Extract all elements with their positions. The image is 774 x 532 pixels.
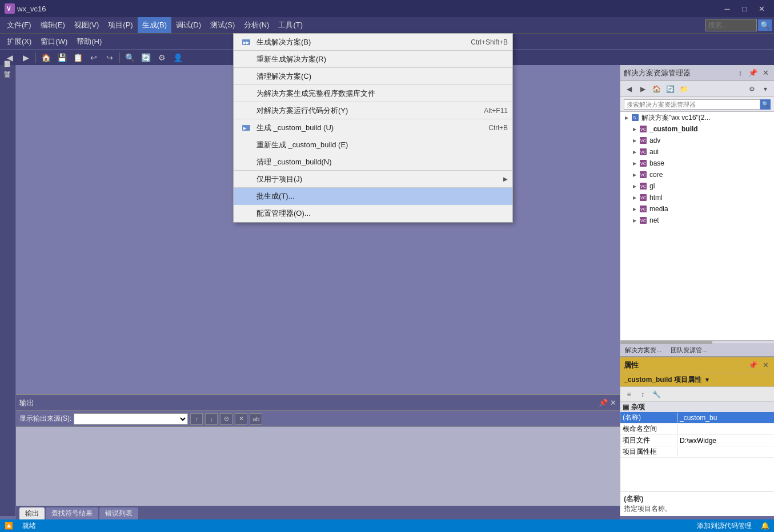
explorer-search-input[interactable]	[624, 99, 760, 110]
status-bell-icon[interactable]: 🔔	[761, 522, 769, 530]
output-pin-icon[interactable]: 📌	[599, 398, 608, 407]
explorer-refresh-btn[interactable]: 🔄	[664, 83, 676, 95]
tab-team-resources[interactable]: 团队资源管...	[666, 345, 712, 356]
toolbar-back-icon[interactable]: ◀	[2, 51, 17, 64]
tree-item-solution[interactable]: ▶ S 解决方案"wx vc16"(2...	[620, 112, 774, 123]
toolbar-search-icon[interactable]: 🔍	[122, 51, 137, 64]
menu-item-test[interactable]: 测试(S)	[206, 17, 239, 33]
tree-item-base[interactable]: ▶ VC base	[620, 158, 774, 169]
properties-dropdown-icon[interactable]: ▾	[705, 376, 709, 383]
menu-item-help[interactable]: 帮助(H)	[72, 34, 106, 49]
output-tab-find[interactable]: 查找符号结果	[46, 507, 98, 519]
tree-item-media[interactable]: ▶ VC media	[620, 203, 774, 215]
tree-item-aui[interactable]: ▶ VC aui	[620, 146, 774, 158]
output-close-icon[interactable]: ✕	[610, 398, 616, 407]
prop-sort-btn[interactable]: ↕	[636, 389, 649, 400]
menu-item-extensions[interactable]: 扩展(X)	[2, 34, 36, 49]
tree-item-net[interactable]: ▶ VC net	[620, 215, 774, 226]
explorer-home-btn[interactable]: 🏠	[650, 83, 663, 95]
dropdown-item-rebuild-custom[interactable]: 重新生成 _custom_build (E)	[234, 136, 512, 154]
output-btn-1[interactable]: ↑	[190, 413, 203, 425]
close-explorer-icon[interactable]: ✕	[760, 68, 771, 78]
minimize-button[interactable]: ─	[719, 2, 735, 15]
tree-item-core[interactable]: ▶ VC core	[620, 169, 774, 180]
menu-item-edit[interactable]: 编辑(E)	[36, 17, 70, 33]
menu-item-view[interactable]: 视图(V)	[70, 17, 103, 33]
config-manager-label: 配置管理器(O)...	[256, 208, 311, 219]
toolbar-user-icon[interactable]: 👤	[170, 51, 185, 64]
output-tab-output[interactable]: 输出	[19, 507, 45, 519]
tree-item-html[interactable]: ▶ VC html	[620, 192, 774, 203]
explorer-back-btn[interactable]: ◀	[623, 83, 635, 95]
dropdown-item-config-manager[interactable]: 配置管理器(O)...	[234, 205, 512, 222]
props-section-expand-icon[interactable]: ▣	[623, 403, 629, 411]
menu-item-debug[interactable]: 调试(D)	[171, 17, 206, 33]
output-toolbar: 显示输出来源(S): ↑ ↓ ⊝ ✕ ab	[16, 411, 620, 427]
svg-text:VC: VC	[640, 207, 646, 211]
dropdown-item-rebuild-solution[interactable]: 重新生成解决方案(R)	[234, 51, 512, 68]
maximize-button[interactable]: □	[736, 2, 752, 15]
search-button[interactable]: 🔍	[758, 19, 772, 31]
pin-explorer-icon[interactable]: 📌	[748, 68, 758, 78]
toolbar-home-icon[interactable]: 🏠	[38, 51, 53, 64]
dropdown-item-build-solution[interactable]: ▶▶ 生成解决方案(B) Ctrl+Shift+B	[234, 34, 512, 51]
menu-item-window[interactable]: 窗口(W)	[36, 34, 72, 49]
menu-item-analyze[interactable]: 分析(N)	[239, 17, 274, 33]
menu-item-project[interactable]: 项目(P)	[103, 17, 137, 33]
sidebar-tab-server[interactable]: 服务器资源管理器	[1, 67, 15, 76]
dropdown-item-batch-build[interactable]: 批生成(T)...	[234, 188, 512, 205]
tree-item-adv[interactable]: ▶ VC adv	[620, 135, 774, 146]
solution-tree: ▶ S 解决方案"wx vc16"(2... ▶ VC _custom_buil…	[620, 112, 774, 340]
explorer-forward-btn[interactable]: ▶	[636, 83, 649, 95]
build-menu-dropdown: ▶▶ 生成解决方案(B) Ctrl+Shift+B 重新生成解决方案(R) 清理…	[233, 33, 513, 223]
output-tabs-bar: 输出 查找符号结果 错误列表	[16, 506, 620, 519]
toolbar-save-all-icon[interactable]: 📋	[70, 51, 85, 64]
explorer-more-btn[interactable]: ⚙	[745, 83, 758, 95]
toolbar-forward-icon[interactable]: ▶	[18, 51, 33, 64]
props-row-projfile[interactable]: 项目文件 D:\wxWidge	[620, 435, 774, 446]
output-btn-2[interactable]: ↓	[205, 413, 218, 425]
close-button[interactable]: ✕	[753, 2, 769, 15]
status-add-to-scm[interactable]: 添加到源代码管理	[697, 521, 752, 531]
dropdown-item-clean-custom[interactable]: 清理 _custom_build(N)	[234, 154, 512, 171]
toolbar-redo-icon[interactable]: ↪	[102, 51, 117, 64]
toolbar-undo-icon[interactable]: ↩	[86, 51, 101, 64]
svg-text:VC: VC	[640, 219, 646, 223]
dropdown-item-project-only[interactable]: 仅用于项目(J) ▶	[234, 171, 512, 188]
tree-item-gl[interactable]: ▶ VC gl	[620, 180, 774, 192]
menu-item-build[interactable]: 生成(B)	[138, 17, 171, 33]
prop-wrench-btn[interactable]: 🔧	[650, 389, 663, 400]
explorer-dropdown-btn[interactable]: ▾	[759, 83, 772, 95]
status-right: 添加到源代码管理 🔔	[697, 521, 769, 531]
props-row-name[interactable]: (名称) _custom_bu	[620, 412, 774, 424]
props-row-namespace[interactable]: 根命名空间	[620, 424, 774, 435]
tree-item-custom-build[interactable]: ▶ VC _custom_build	[620, 123, 774, 135]
output-btn-5[interactable]: ab	[250, 413, 262, 425]
output-header-controls: 📌 ✕	[599, 398, 616, 407]
tab-solution-resources[interactable]: 解决方案资...	[620, 345, 666, 356]
explorer-search-icon[interactable]: 🔍	[760, 99, 771, 110]
output-tab-errors[interactable]: 错误列表	[99, 507, 138, 519]
toolbar-save-icon[interactable]: 💾	[54, 51, 69, 64]
sync-explorer-icon[interactable]: ↕	[735, 68, 745, 78]
toolbar-sync-icon[interactable]: 🔄	[138, 51, 153, 64]
explorer-collapse-btn[interactable]: 📁	[677, 83, 690, 95]
dropdown-item-clean-solution[interactable]: 清理解决方案(C)	[234, 68, 512, 85]
rebuild-custom-label: 重新生成 _custom_build (E)	[256, 140, 348, 150]
dropdown-item-build-custom[interactable]: ▶ 生成 _custom_build (U) Ctrl+B	[234, 119, 512, 136]
pin-properties-icon[interactable]: 📌	[748, 360, 758, 370]
props-row-projattr[interactable]: 项目属性框	[620, 446, 774, 458]
dropdown-item-code-analysis[interactable]: 对解决方案运行代码分析(Y) Alt+F11	[234, 102, 512, 119]
close-properties-icon[interactable]: ✕	[760, 360, 771, 370]
output-btn-3[interactable]: ⊝	[220, 413, 232, 425]
dropdown-item-generate-pdb[interactable]: 为解决方案生成完整程序数据库文件	[234, 85, 512, 102]
menu-item-tools[interactable]: 工具(T)	[274, 17, 307, 33]
output-btn-4[interactable]: ✕	[235, 413, 247, 425]
menu-search-area: 🔍	[705, 19, 772, 31]
sidebar-tab-toolbox[interactable]: 工具箱	[1, 78, 15, 87]
output-source-select[interactable]	[74, 413, 188, 425]
toolbar-settings-icon[interactable]: ⚙	[154, 51, 169, 64]
search-input[interactable]	[705, 19, 757, 31]
menu-item-file[interactable]: 文件(F)	[2, 17, 36, 33]
prop-categorized-btn[interactable]: ≡	[623, 389, 635, 400]
